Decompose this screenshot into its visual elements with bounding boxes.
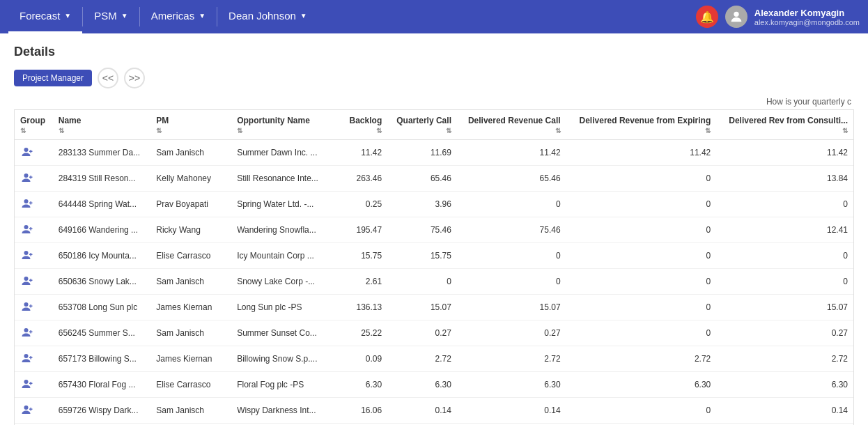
- col-header-group: Group ⇅: [15, 110, 53, 140]
- user-email: alex.komyagin@mongodb.com: [754, 18, 860, 26]
- nav-forecast[interactable]: Forecast ▼: [8, 0, 82, 33]
- notification-bell[interactable]: 🔔: [696, 6, 718, 28]
- person-add-icon: [20, 222, 34, 236]
- table-row: 653708 Long Sun plc James Kiernan Long S…: [15, 295, 853, 320]
- toolbar: Project Manager << >>: [14, 68, 854, 88]
- data-table: Group ⇅ Name ⇅ PM ⇅ Opportunity Name ⇅: [15, 110, 853, 425]
- role-button[interactable]: Project Manager: [14, 70, 92, 86]
- cell-backlog-7: 25.22: [329, 320, 387, 346]
- cell-qc-5: 0: [387, 269, 457, 295]
- cell-backlog-6: 136.13: [329, 295, 387, 320]
- svg-point-7: [24, 199, 29, 203]
- cell-name-3: 649166 Wandering ...: [53, 217, 151, 243]
- person-add-icon: [20, 171, 34, 185]
- navbar: Forecast ▼ PSM ▼ Americas ▼ Dean Johnson…: [0, 0, 868, 33]
- cell-drc-2: 0: [457, 192, 566, 217]
- sort-icon-backlog[interactable]: ⇅: [376, 127, 382, 134]
- cell-drcon-5: 0: [716, 269, 853, 295]
- cell-pm-8: James Kiernan: [150, 346, 231, 372]
- cell-group-10: [15, 398, 53, 424]
- sort-icon-group[interactable]: ⇅: [20, 127, 26, 134]
- svg-point-0: [734, 12, 738, 17]
- person-add-icon: [20, 325, 34, 339]
- svg-point-22: [24, 328, 29, 332]
- cell-pm-1: Kelly Mahoney: [150, 166, 231, 192]
- sort-icon-dre[interactable]: ⇅: [705, 127, 711, 134]
- cell-drc-10: 0.14: [457, 398, 566, 424]
- sort-icon-pm[interactable]: ⇅: [156, 127, 162, 134]
- cell-qc-10: 0.14: [387, 398, 457, 424]
- cell-qc-1: 65.46: [387, 166, 457, 192]
- cell-group-7: [15, 320, 53, 346]
- avatar: [725, 6, 747, 28]
- cell-dre-7: 0: [566, 320, 717, 346]
- cell-group-8: [15, 346, 53, 372]
- cell-pm-2: Prav Boyapati: [150, 192, 231, 217]
- sort-icon-drcon[interactable]: ⇅: [842, 127, 848, 134]
- next-button[interactable]: >>: [124, 68, 145, 88]
- svg-point-1: [24, 148, 29, 152]
- nav-americas[interactable]: Americas ▼: [140, 0, 217, 33]
- cell-opp-2: Spring Water Ltd. -...: [231, 192, 329, 217]
- table-row: 657430 Floral Fog ... Elise Carrasco Flo…: [15, 372, 853, 398]
- nav-dean-johnson[interactable]: Dean Johnson ▼: [217, 0, 318, 33]
- sort-icon-name[interactable]: ⇅: [59, 127, 64, 134]
- cell-backlog-8: 0.09: [329, 346, 387, 372]
- cell-name-5: 650636 Snowy Lak...: [53, 269, 151, 295]
- col-header-qc: Quarterly Call ⇅: [387, 110, 457, 140]
- cell-opp-1: Still Resonance Inte...: [231, 166, 329, 192]
- person-add-icon: [20, 274, 34, 288]
- cell-opp-3: Wandering Snowfla...: [231, 217, 329, 243]
- cell-drc-9: 6.30: [457, 372, 566, 398]
- cell-drc-8: 2.72: [457, 346, 566, 372]
- table-row: 283133 Summer Da... Sam Janisch Summer D…: [15, 140, 853, 166]
- main-content: Details Project Manager << >> How is you…: [0, 33, 868, 425]
- cell-drcon-0: 11.42: [716, 140, 853, 166]
- cell-opp-10: Wispy Darkness Int...: [231, 398, 329, 424]
- prev-button[interactable]: <<: [98, 68, 118, 88]
- cell-drcon-7: 0.27: [716, 320, 853, 346]
- nav-americas-label: Americas: [151, 10, 195, 22]
- person-add-icon: [20, 403, 34, 417]
- table-row: 657173 Billowing S... James Kiernan Bill…: [15, 346, 853, 372]
- cell-name-8: 657173 Billowing S...: [53, 346, 151, 372]
- col-header-opp: Opportunity Name ⇅: [231, 110, 329, 140]
- sort-icon-drc[interactable]: ⇅: [555, 127, 561, 134]
- nav-psm[interactable]: PSM ▼: [83, 0, 139, 33]
- cell-name-10: 659726 Wispy Dark...: [53, 398, 151, 424]
- cell-dre-0: 11.42: [566, 140, 717, 166]
- cell-qc-0: 11.69: [387, 140, 457, 166]
- cell-qc-6: 15.07: [387, 295, 457, 320]
- chevron-down-icon: ▼: [300, 12, 307, 20]
- sort-icon-qc[interactable]: ⇅: [446, 127, 451, 134]
- col-header-drc: Delivered Revenue Call ⇅: [457, 110, 566, 140]
- cell-qc-3: 75.46: [387, 217, 457, 243]
- table-row: 656245 Summer S... Sam Janisch Summer Su…: [15, 320, 853, 346]
- cell-name-4: 650186 Icy Mounta...: [53, 243, 151, 269]
- cell-name-6: 653708 Long Sun plc: [53, 295, 151, 320]
- person-add-icon: [20, 300, 34, 314]
- person-add-icon: [20, 248, 34, 262]
- cell-dre-2: 0: [566, 192, 717, 217]
- cell-qc-7: 0.27: [387, 320, 457, 346]
- cell-backlog-9: 6.30: [329, 372, 387, 398]
- cell-drcon-3: 12.41: [716, 217, 853, 243]
- cell-pm-6: James Kiernan: [150, 295, 231, 320]
- cell-pm-10: Sam Janisch: [150, 398, 231, 424]
- sort-icon-opp[interactable]: ⇅: [237, 127, 242, 134]
- user-name: Alexander Komyagin: [754, 8, 844, 18]
- cell-pm-3: Ricky Wang: [150, 217, 231, 243]
- chevron-down-icon: ▼: [199, 12, 206, 20]
- chevron-down-icon: ▼: [64, 12, 71, 20]
- col-header-pm: PM ⇅: [150, 110, 231, 140]
- cell-group-0: [15, 140, 53, 166]
- cell-backlog-1: 263.46: [329, 166, 387, 192]
- cell-drcon-2: 0: [716, 192, 853, 217]
- bell-icon: 🔔: [700, 10, 714, 24]
- nav-psm-label: PSM: [94, 10, 117, 22]
- person-add-icon: [20, 377, 34, 391]
- cell-drc-7: 0.27: [457, 320, 566, 346]
- svg-point-4: [24, 173, 29, 178]
- cell-backlog-2: 0.25: [329, 192, 387, 217]
- cell-pm-5: Sam Janisch: [150, 269, 231, 295]
